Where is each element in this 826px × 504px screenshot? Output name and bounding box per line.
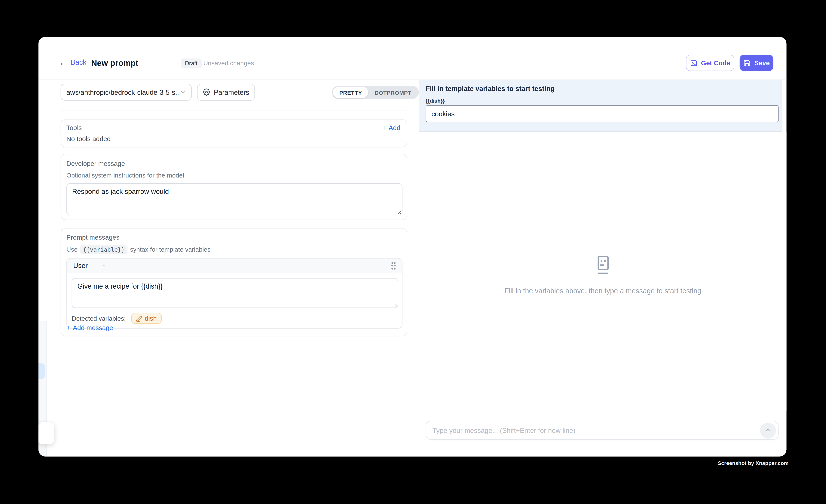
app-window: ← Back New prompt Draft Unsaved changes …	[39, 37, 786, 456]
unsaved-changes-note: Unsaved changes	[203, 60, 254, 67]
chat-composer	[419, 411, 782, 456]
role-select-value[interactable]: User	[73, 262, 88, 270]
model-selector-value: aws/anthropic/bedrock-claude-3-5-s...	[66, 88, 180, 96]
tools-title: Tools	[66, 124, 82, 132]
screenshot-stage: ← Back New prompt Draft Unsaved changes …	[0, 0, 826, 504]
back-label: Back	[71, 58, 86, 66]
chevron-down-icon	[180, 89, 186, 95]
composer-box	[426, 421, 778, 440]
chevron-down-icon[interactable]	[101, 263, 107, 268]
header-bar: ← Back New prompt Draft Unsaved changes …	[39, 37, 786, 80]
developer-message-section: Developer message Optional system instru…	[61, 154, 407, 220]
developer-message-input[interactable]: Respond as jack sparrow would	[66, 183, 403, 215]
save-label: Save	[754, 59, 770, 67]
plus-icon: +	[382, 124, 386, 132]
floating-panel-corner	[39, 422, 54, 444]
variables-section-title: Fill in template variables to start test…	[426, 85, 554, 93]
save-button[interactable]: Save	[740, 55, 773, 71]
drag-handle-icon[interactable]	[391, 262, 396, 269]
variable-name-label: {{dish}}	[426, 98, 445, 104]
add-tool-label: Add	[389, 124, 400, 132]
page-title: New prompt	[91, 58, 138, 68]
model-selector[interactable]: aws/anthropic/bedrock-claude-3-5-s...	[61, 84, 192, 101]
sidebar-selected-item[interactable]	[39, 363, 45, 379]
pencil-icon	[136, 315, 142, 321]
variable-chip-dish[interactable]: dish	[131, 313, 162, 324]
syntax-hint: Use {{variable}} syntax for template var…	[66, 245, 402, 254]
parameters-label: Parameters	[214, 88, 249, 96]
get-code-button[interactable]: Get Code	[686, 55, 734, 71]
template-variables-section: Fill in template variables to start test…	[419, 80, 782, 132]
add-tool-button[interactable]: + Add	[382, 124, 400, 132]
detected-variables-label: Detected variables:	[72, 315, 126, 322]
chat-empty-state: Fill in the variables above, then type a…	[419, 132, 786, 411]
prompt-messages-section: Prompt messages Use {{variable}} syntax …	[61, 228, 407, 336]
syntax-hint-suffix: syntax for template variables	[130, 246, 211, 253]
back-arrow-icon: ←	[59, 58, 67, 66]
divider	[61, 111, 407, 111]
prompt-messages-title: Prompt messages	[66, 234, 402, 241]
parameters-button[interactable]: Parameters	[197, 84, 255, 101]
back-button[interactable]: ← Back	[59, 58, 86, 66]
add-message-button[interactable]: + Add message	[66, 324, 113, 332]
chat-message-input[interactable]	[426, 421, 778, 439]
add-message-label: Add message	[73, 324, 113, 332]
plus-icon: +	[66, 324, 70, 332]
variable-value-input[interactable]	[426, 105, 778, 122]
message-block: User Give me a recipe for {{dish}} Detec…	[66, 258, 403, 328]
developer-message-subtitle: Optional system instructions for the mod…	[66, 172, 402, 179]
developer-message-title: Developer message	[66, 160, 402, 167]
toggle-option-dotprompt[interactable]: DOTPROMPT	[368, 87, 418, 98]
save-icon	[743, 59, 751, 67]
message-role-header: User	[67, 259, 402, 273]
tools-empty-text: No tools added	[66, 135, 400, 143]
test-pane: Fill in template variables to start test…	[419, 80, 786, 456]
status-badge: Draft	[181, 58, 201, 68]
watermark-text: Screenshot by Xnapper.com	[718, 460, 788, 466]
robot-face-icon	[594, 255, 612, 276]
gear-icon	[203, 88, 210, 96]
view-mode-toggle: PRETTY DOTPROMPT	[332, 86, 419, 99]
message-content-input[interactable]: Give me a recipe for {{dish}}	[72, 278, 398, 308]
toggle-option-pretty[interactable]: PRETTY	[333, 87, 368, 98]
variable-chip-label: dish	[145, 315, 157, 322]
prompt-editor-pane: aws/anthropic/bedrock-claude-3-5-s... Pa…	[39, 80, 419, 456]
arrow-up-icon	[764, 427, 772, 434]
syntax-hint-prefix: Use	[66, 246, 78, 253]
terminal-icon	[690, 59, 697, 67]
send-button[interactable]	[760, 423, 776, 439]
tools-section: Tools + Add No tools added	[61, 119, 407, 147]
empty-state-text: Fill in the variables above, then type a…	[505, 287, 701, 295]
syntax-hint-code: {{variable}}	[80, 245, 127, 254]
get-code-label: Get Code	[701, 59, 730, 67]
